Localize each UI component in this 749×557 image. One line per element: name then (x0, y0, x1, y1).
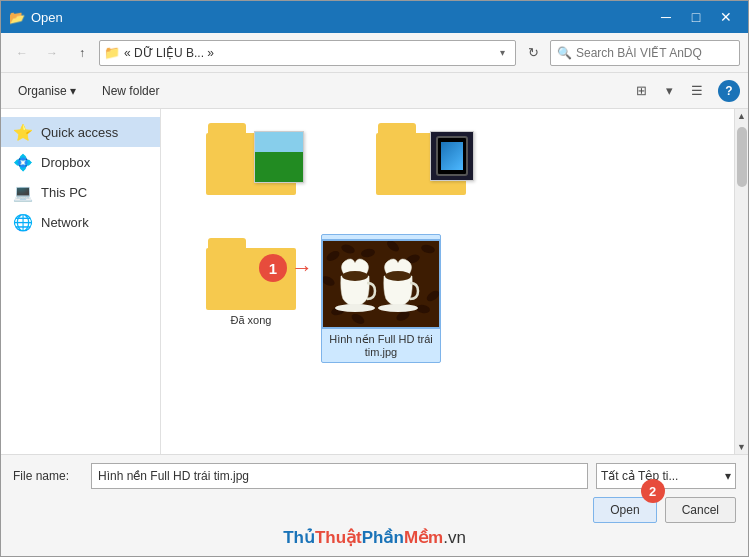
filetype-label: Tất cả Tệp ti... (601, 469, 678, 483)
view-icons: ⊞ ▾ ☰ (628, 78, 710, 104)
quick-access-icon: ⭐ (13, 122, 33, 142)
scroll-down-button[interactable]: ▼ (735, 440, 749, 454)
search-icon: 🔍 (557, 46, 572, 60)
search-box[interactable]: 🔍 (550, 40, 740, 66)
organise-button[interactable]: Organise ▾ (9, 78, 85, 104)
annotation-circle-2: 2 (641, 479, 665, 503)
dropbox-icon: 💠 (13, 152, 33, 172)
image-thumbnail (321, 239, 441, 329)
watermark: ThủThuậtPhầnMềm.vn (13, 523, 736, 548)
filetype-dropdown[interactable]: Tất cả Tệp ti... ▾ (596, 463, 736, 489)
watermark-mem: Mềm (404, 528, 443, 547)
bottom-actions: 2 Open Cancel (13, 497, 736, 523)
action-toolbar: Organise ▾ New folder ⊞ ▾ ☰ ? (1, 73, 748, 109)
watermark-thuat: Thuật (315, 528, 362, 547)
file-name: Đã xong (231, 314, 272, 326)
help-button[interactable]: ? (718, 80, 740, 102)
file-area: Đã xong (161, 109, 734, 454)
coffee-image (323, 241, 439, 327)
view-details-button[interactable]: ☰ (684, 78, 710, 104)
minimize-button[interactable]: ─ (652, 6, 680, 28)
this-pc-icon: 💻 (13, 182, 33, 202)
filetype-arrow: ▾ (725, 469, 731, 483)
close-button[interactable]: ✕ (712, 6, 740, 28)
search-input[interactable] (576, 46, 733, 60)
annotation-1: 1 → (259, 254, 313, 282)
address-text: « DỮ LIỆU B... » (124, 46, 214, 60)
up-button[interactable]: ↑ (69, 40, 95, 66)
list-item[interactable] (361, 119, 481, 203)
titlebar-controls: ─ □ ✕ (652, 6, 740, 28)
sidebar-item-network[interactable]: 🌐 Network (1, 207, 160, 237)
filename-input[interactable] (91, 463, 588, 489)
watermark-phan: Phần (362, 528, 404, 547)
sidebar: ⭐ Quick access 💠 Dropbox 💻 This PC 🌐 Net… (1, 109, 161, 454)
titlebar-icon: 📂 (9, 9, 25, 25)
address-content: 📁 « DỮ LIỆU B... » (104, 45, 493, 60)
navigation-toolbar: ← → ↑ 📁 « DỮ LIỆU B... » ▾ ↻ 🔍 (1, 33, 748, 73)
new-folder-button[interactable]: New folder (93, 78, 168, 104)
svg-point-15 (378, 304, 418, 312)
folder-icon (206, 123, 296, 195)
forward-button[interactable]: → (39, 40, 65, 66)
annotation-circle-1: 1 (259, 254, 287, 282)
folder-icon (376, 123, 466, 195)
list-item[interactable] (191, 119, 311, 203)
annotation-arrow-1: → (291, 255, 313, 281)
sidebar-item-label-dropbox: Dropbox (41, 155, 90, 170)
svg-point-14 (342, 271, 368, 281)
svg-point-16 (385, 271, 411, 281)
view-dropdown-button[interactable]: ▾ (656, 78, 682, 104)
sidebar-item-dropbox[interactable]: 💠 Dropbox (1, 147, 160, 177)
back-button[interactable]: ← (9, 40, 35, 66)
address-bar[interactable]: 📁 « DỮ LIỆU B... » ▾ (99, 40, 516, 66)
view-list-button[interactable]: ⊞ (628, 78, 654, 104)
svg-point-13 (335, 304, 375, 312)
watermark-thu: Thủ (283, 528, 315, 547)
sidebar-item-label-this-pc: This PC (41, 185, 87, 200)
maximize-button[interactable]: □ (682, 6, 710, 28)
sidebar-item-label-quick-access: Quick access (41, 125, 118, 140)
filename-label: File name: (13, 469, 83, 483)
filename-row: File name: Tất cả Tệp ti... ▾ (13, 463, 736, 489)
address-dropdown-arrow[interactable]: ▾ (493, 47, 511, 58)
scroll-up-button[interactable]: ▲ (735, 109, 749, 123)
scrollbar[interactable]: ▲ ▼ (734, 109, 748, 454)
cancel-button[interactable]: Cancel (665, 497, 736, 523)
watermark-dot: .vn (443, 528, 466, 547)
titlebar: 📂 Open ─ □ ✕ (1, 1, 748, 33)
open-dialog: 📂 Open ─ □ ✕ ← → ↑ 📁 « DỮ LIỆU B... » ▾ … (0, 0, 749, 557)
titlebar-title: Open (31, 10, 652, 25)
file-name: Hình nền Full HD trái tim.jpg (326, 333, 436, 358)
sidebar-item-quick-access[interactable]: ⭐ Quick access (1, 117, 160, 147)
sidebar-item-label-network: Network (41, 215, 89, 230)
list-item[interactable]: Đã xong (191, 234, 311, 330)
list-item[interactable]: Hình nền Full HD trái tim.jpg (321, 234, 441, 363)
scroll-thumb[interactable] (737, 127, 747, 187)
network-icon: 🌐 (13, 212, 33, 232)
content-area: ⭐ Quick access 💠 Dropbox 💻 This PC 🌐 Net… (1, 109, 748, 454)
address-folder-icon: 📁 (104, 45, 120, 60)
open-button-wrapper: 2 Open (593, 497, 656, 523)
bottom-bar: File name: Tất cả Tệp ti... ▾ 2 Open Can… (1, 454, 748, 556)
refresh-button[interactable]: ↻ (520, 40, 546, 66)
sidebar-item-this-pc[interactable]: 💻 This PC (1, 177, 160, 207)
